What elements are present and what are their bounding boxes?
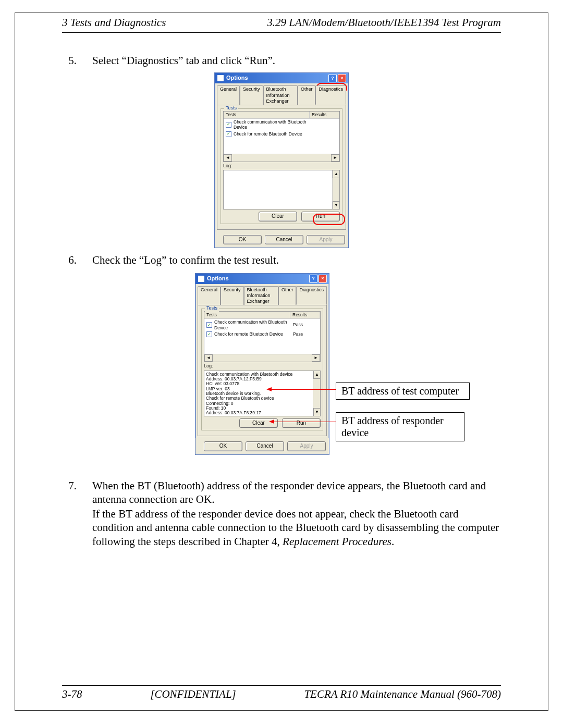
test-row-2-2: Check for remote Bluetooth Device <box>214 331 291 337</box>
test-row-1-2: Check communication with Bluetooth Devic… <box>214 319 291 330</box>
tab2-btex[interactable]: Bluetooth Information Exchanger <box>244 286 278 305</box>
dialog2-title: Options <box>207 275 229 282</box>
dialog1-panel: Tests Tests Results ✓ Check communicatio… <box>217 105 346 230</box>
test-row-2-result-2: Pass <box>293 331 318 337</box>
arrow-line-2 <box>273 422 336 422</box>
clear-button-1[interactable]: Clear <box>259 212 297 221</box>
scroll-down-icon-2[interactable]: ▼ <box>313 408 321 416</box>
tests-hscroll-2[interactable]: ◄ ► <box>204 354 320 362</box>
log-label: Log: <box>223 163 340 169</box>
log2-vscroll[interactable]: ▲ ▼ <box>313 371 321 416</box>
dialog2-icon <box>198 275 205 282</box>
scroll-right-icon[interactable]: ► <box>331 154 339 162</box>
check2-2[interactable]: ✓ <box>206 331 212 337</box>
log2-l8: Address: 00:03:7A:F6:39:17 <box>206 411 319 415</box>
test-row-1-result-2: Pass <box>293 322 318 328</box>
step7-num: 7. <box>62 479 77 492</box>
dialog1-title: Options <box>226 75 248 82</box>
header-left: 3 Tests and Diagnostics <box>62 16 166 29</box>
tab2-diagnostics[interactable]: Diagnostics <box>296 286 327 305</box>
step5-text: Select “Diagnostics” tab and click “Run”… <box>92 54 501 67</box>
step7-p2: If the BT address of the responder devic… <box>92 507 501 548</box>
callout-test-computer: BT address of test computer <box>336 382 470 400</box>
step6-num: 6. <box>62 253 77 267</box>
test-row-1: Check communication with Bluetooth Devic… <box>234 119 310 130</box>
footer-left: 3-78 <box>62 688 82 701</box>
tab-btex[interactable]: Bluetooth Information Exchanger <box>263 85 298 105</box>
cancel-button-2[interactable]: Cancel <box>246 441 284 451</box>
dialog1-titlebar: Options ? × <box>215 73 348 83</box>
step7-body: When the BT (Bluetooth) address of the r… <box>92 479 501 548</box>
help-button-2[interactable]: ? <box>309 275 317 283</box>
scroll-up-icon[interactable]: ▲ <box>333 170 340 178</box>
tests-col-header: Tests <box>224 112 310 118</box>
tests-group: Tests Tests Results ✓ Check communicatio… <box>221 108 342 224</box>
close-button-2[interactable]: × <box>319 275 327 283</box>
footer-right: TECRA R10 Maintenance Manual (960-708) <box>304 688 501 701</box>
tab2-other[interactable]: Other <box>278 286 297 305</box>
apply-button-2: Apply <box>287 441 326 451</box>
tab2-general[interactable]: General <box>198 286 221 305</box>
check2[interactable]: ✓ <box>226 131 231 137</box>
tab2-security[interactable]: Security <box>221 286 244 305</box>
scroll-down-icon[interactable]: ▼ <box>333 201 340 209</box>
log1-vscroll[interactable]: ▲ ▼ <box>332 170 340 209</box>
header-right: 3.29 LAN/Modem/Bluetooth/IEEE1394 Test P… <box>267 16 501 29</box>
callout-responder: BT address of responder device <box>336 412 464 441</box>
tests-legend-2: Tests <box>205 305 219 311</box>
step6-text: Check the “Log” to confirm the test resu… <box>92 253 501 267</box>
check1[interactable]: ✓ <box>226 122 231 128</box>
step7-p2b: Replacement Procedures <box>283 535 391 548</box>
ok-button-2[interactable]: OK <box>204 441 242 451</box>
results-col-header-2: Results <box>290 312 320 318</box>
tab-general[interactable]: General <box>217 85 240 105</box>
footer-mid: [CONFIDENTIAL] <box>150 688 236 701</box>
step7-p2c: . <box>391 535 394 548</box>
arrow-head-1 <box>266 387 272 391</box>
options-dialog-2: Options ? × General Security Bluetooth I… <box>195 273 329 455</box>
log-label-2: Log: <box>204 363 321 369</box>
cancel-button-1[interactable]: Cancel <box>265 235 303 245</box>
log-box-2: Check communication with Bluetooth devic… <box>204 371 321 416</box>
tab-diagnostics[interactable]: Diagnostics <box>315 85 346 105</box>
scroll-left-icon[interactable]: ◄ <box>224 154 232 162</box>
run-button-2[interactable]: Run <box>282 418 321 428</box>
dialog2-titlebar: Options ? × <box>195 274 329 284</box>
help-button[interactable]: ? <box>328 74 337 82</box>
tab-security[interactable]: Security <box>240 85 263 105</box>
check1-2[interactable]: ✓ <box>206 322 212 328</box>
arrow-head-2 <box>269 419 274 424</box>
options-dialog-1: Options ? × General Security Bluetooth I… <box>214 72 349 248</box>
scroll-up-icon-2[interactable]: ▲ <box>313 371 321 379</box>
tests-hscroll[interactable]: ◄ ► <box>224 154 339 162</box>
scroll-right-icon-2[interactable]: ► <box>312 354 320 362</box>
tests-col-header-2: Tests <box>204 312 290 318</box>
results-col-header: Results <box>310 112 339 118</box>
tests-table: Tests Results ✓ Check communication with… <box>223 111 340 162</box>
tests-group-2: Tests Tests Results ✓ Check communicatio… <box>201 309 323 430</box>
dialog1-tabs: General Security Bluetooth Information E… <box>215 83 348 105</box>
run-button-1[interactable]: Run <box>301 212 340 221</box>
dialog-icon <box>217 75 224 82</box>
dialog2-tabs: General Security Bluetooth Information E… <box>195 284 329 305</box>
test-row-2: Check for remote Bluetooth Device <box>234 131 310 137</box>
tab-other[interactable]: Other <box>298 85 316 105</box>
step5-num: 5. <box>62 54 77 67</box>
arrow-line-1 <box>271 389 336 390</box>
ok-button-1[interactable]: OK <box>223 235 262 245</box>
tests-legend: Tests <box>224 105 238 111</box>
scroll-left-icon-2[interactable]: ◄ <box>204 354 213 362</box>
step7-p1: When the BT (Bluetooth) address of the r… <box>92 479 501 507</box>
dialog2-panel: Tests Tests Results ✓ Check communicatio… <box>198 305 327 436</box>
tests-table-2: Tests Results ✓ Check communication with… <box>204 311 321 362</box>
log-box-1: ▲ ▼ <box>223 170 340 209</box>
close-button[interactable]: × <box>338 74 346 82</box>
apply-button-1: Apply <box>307 235 345 245</box>
